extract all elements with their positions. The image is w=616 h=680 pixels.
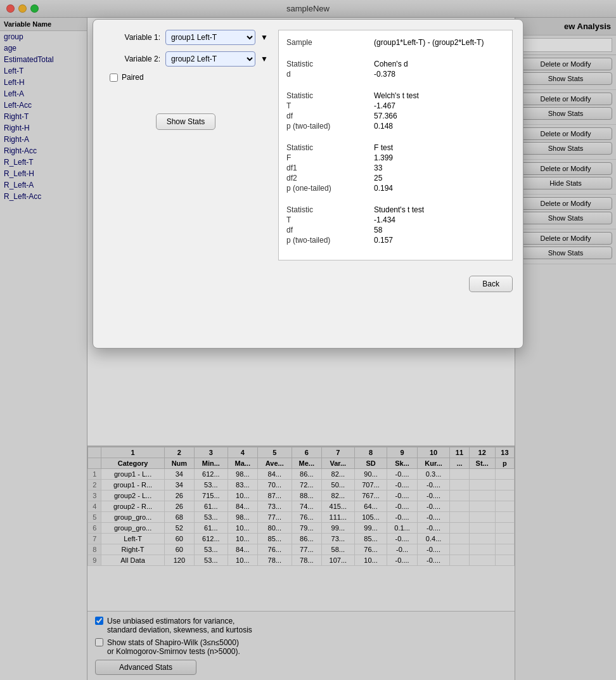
student-df-key: df: [286, 226, 369, 234]
f-F-val: 1.399: [374, 153, 393, 162]
student-df-val: 58: [374, 226, 382, 234]
student-statistic-val: Student's t test: [374, 205, 424, 214]
welch-p-val: 0.148: [374, 122, 393, 131]
welch-statistic-key: Statistic: [286, 91, 369, 100]
cohen-statistic-val: Cohen's d: [374, 60, 408, 68]
dialog-overlay: Variable 1: group1 Left-T ▼ Variable 2: …: [0, 0, 616, 680]
dialog: Variable 1: group1 Left-T ▼ Variable 2: …: [93, 19, 523, 349]
stats-f-section: Statistic F test F 1.399 df1 33 df2 25: [286, 143, 504, 193]
paired-row: Paired: [103, 73, 268, 82]
student-statistic-key: Statistic: [286, 205, 369, 214]
f-df1-val: 33: [374, 164, 382, 172]
stats-welch-section: Statistic Welch's t test T -1.467 df 57.…: [286, 91, 504, 131]
f-statistic-key: Statistic: [286, 143, 369, 152]
dialog-footer: Back: [93, 271, 523, 300]
f-df2-val: 25: [374, 174, 382, 183]
dialog-stats: Sample (group1*Left-T) - (group2*Left-T)…: [278, 30, 513, 260]
variable1-select[interactable]: group1 Left-T: [165, 30, 255, 45]
variable1-dropdown-icon: ▼: [260, 33, 268, 42]
variable2-label: Variable 2:: [103, 55, 160, 63]
welch-T-val: -1.467: [374, 101, 395, 110]
welch-statistic-val: Welch's t test: [374, 91, 419, 100]
f-p-key: p (one-tailed): [286, 184, 369, 193]
dialog-form: Variable 1: group1 Left-T ▼ Variable 2: …: [103, 30, 268, 260]
stats-cohen-section: Statistic Cohen's d d -0.378: [286, 60, 504, 79]
variable1-label: Variable 1:: [103, 33, 160, 42]
welch-p-key: p (two-tailed): [286, 122, 369, 131]
dialog-show-stats-button[interactable]: Show Stats: [156, 113, 216, 130]
f-statistic-val: F test: [374, 143, 393, 152]
stats-sample-row: Sample (group1*Left-T) - (group2*Left-T): [286, 38, 504, 47]
student-T-key: T: [286, 215, 369, 224]
cohen-d-val: -0.378: [374, 70, 395, 79]
f-F-key: F: [286, 153, 369, 162]
student-p-val: 0.157: [374, 236, 393, 245]
back-button[interactable]: Back: [469, 276, 513, 292]
welch-df-key: df: [286, 112, 369, 120]
paired-label: Paired: [122, 73, 144, 82]
stats-sample-section: Sample (group1*Left-T) - (group2*Left-T): [286, 38, 504, 47]
f-df2-key: df2: [286, 174, 369, 183]
variable2-select[interactable]: group2 Left-T: [165, 51, 255, 67]
variable2-row: Variable 2: group2 Left-T ▼: [103, 51, 268, 67]
cohen-statistic-key: Statistic: [286, 60, 369, 68]
dialog-body: Variable 1: group1 Left-T ▼ Variable 2: …: [93, 20, 523, 271]
student-p-key: p (two-tailed): [286, 236, 369, 245]
f-p-val: 0.194: [374, 184, 393, 193]
paired-checkbox[interactable]: [110, 74, 118, 82]
stats-sample-key: Sample: [286, 38, 369, 47]
stats-sample-val: (group1*Left-T) - (group2*Left-T): [374, 38, 484, 47]
cohen-d-key: d: [286, 70, 369, 79]
variable2-dropdown-icon: ▼: [260, 55, 268, 63]
stats-student-section: Statistic Student's t test T -1.434 df 5…: [286, 205, 504, 245]
welch-T-key: T: [286, 101, 369, 110]
student-T-val: -1.434: [374, 215, 395, 224]
f-df1-key: df1: [286, 164, 369, 172]
variable1-row: Variable 1: group1 Left-T ▼: [103, 30, 268, 45]
welch-df-val: 57.366: [374, 112, 397, 120]
